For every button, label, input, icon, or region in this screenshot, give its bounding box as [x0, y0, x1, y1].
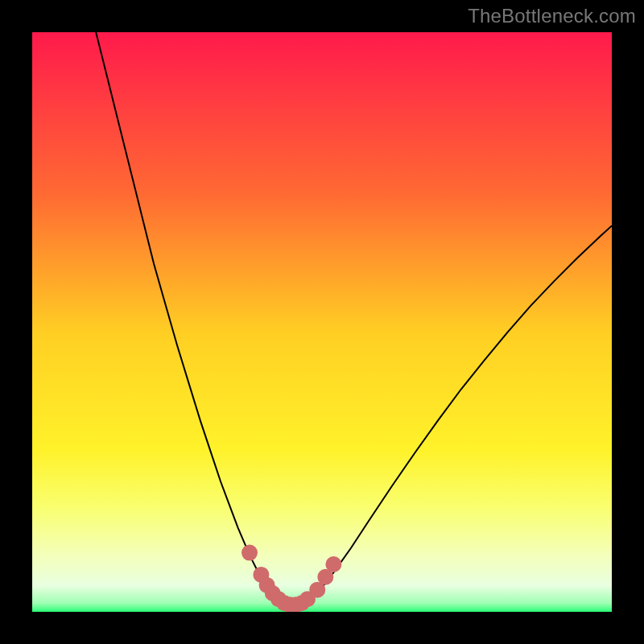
watermark-text: TheBottleneck.com [468, 5, 636, 27]
chart-svg [32, 32, 612, 612]
curve-marker [242, 545, 258, 561]
gradient-background [32, 32, 612, 612]
curve-marker [325, 556, 341, 572]
chart-frame: TheBottleneck.com [0, 0, 644, 644]
plot-area [32, 32, 612, 612]
